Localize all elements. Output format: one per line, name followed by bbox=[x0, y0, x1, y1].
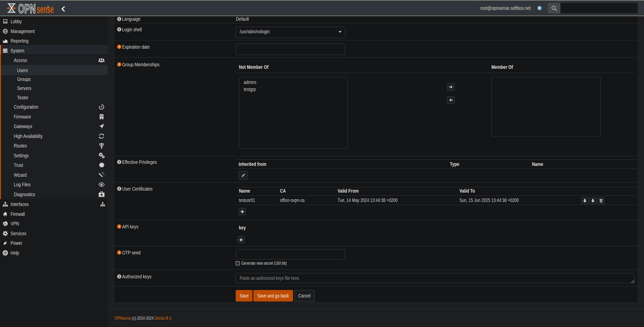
svg-text:sense: sense bbox=[37, 3, 54, 14]
svg-text:®: ® bbox=[47, 5, 49, 9]
svg-text:OPN: OPN bbox=[18, 3, 36, 14]
